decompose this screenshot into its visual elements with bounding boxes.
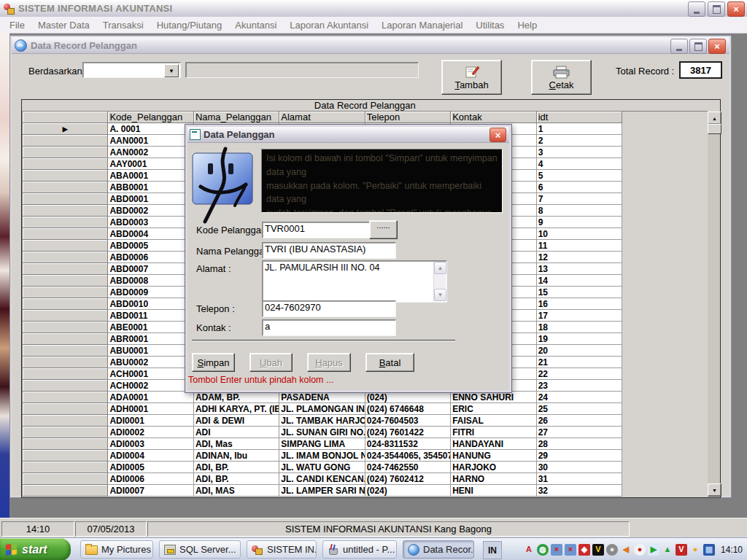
table-cell[interactable]: 14: [536, 275, 622, 287]
table-cell[interactable]: 31: [536, 473, 622, 485]
table-cell[interactable]: 1: [536, 123, 622, 135]
row-selector[interactable]: [23, 368, 108, 380]
table-cell[interactable]: HANDAYANI: [451, 438, 536, 450]
table-cell[interactable]: ADHI KARYA, PT. (IBU: [193, 403, 279, 415]
table-cell[interactable]: 3: [536, 147, 622, 158]
table-cell[interactable]: ACH0002: [108, 380, 193, 392]
row-selector[interactable]: [23, 357, 108, 368]
media-record-icon[interactable]: ●: [634, 544, 646, 556]
table-cell[interactable]: HARJOKO: [451, 462, 536, 473]
table-cell[interactable]: (024): [365, 485, 450, 497]
table-cell[interactable]: ADI & DEWI: [193, 415, 279, 427]
row-selector[interactable]: [23, 298, 108, 310]
table-cell[interactable]: 12: [536, 252, 622, 263]
table-cell[interactable]: 28: [536, 438, 622, 450]
child-titlebar[interactable]: Data Record Pelanggan ×: [12, 37, 729, 54]
shield-v-icon[interactable]: V: [676, 544, 687, 556]
table-cell[interactable]: HENI: [451, 485, 536, 497]
row-selector[interactable]: [23, 228, 108, 240]
row-selector[interactable]: [23, 135, 108, 147]
table-cell[interactable]: ADI, MAS: [193, 485, 279, 497]
nama-input[interactable]: TVRI (IBU ANASTASIA): [262, 242, 396, 259]
table-row[interactable]: ADI0005ADI, BP.JL. WATU GONG024-7462550H…: [23, 462, 708, 473]
table-cell[interactable]: 18: [536, 322, 622, 333]
table-cell[interactable]: JL. IMAM BONJOL NO.: [279, 450, 365, 462]
table-cell[interactable]: JL. PLAMONGAN INDAH: [279, 403, 365, 415]
scroll-up-icon[interactable]: ▲: [434, 262, 446, 274]
taskbar-task-app[interactable]: SISTEM IN...: [247, 540, 317, 559]
hapus-button[interactable]: Hapus: [307, 353, 351, 372]
table-cell[interactable]: ADI, BP.: [193, 473, 279, 485]
taskbar-task-paint[interactable]: untitled - P...: [322, 540, 397, 559]
table-cell[interactable]: 27: [536, 427, 622, 438]
taskbar-task-sql[interactable]: SQL Server...: [159, 540, 241, 559]
taskbar-task-globe[interactable]: Data Recor...: [403, 540, 474, 559]
row-selector[interactable]: [23, 287, 108, 298]
row-selector[interactable]: [23, 473, 108, 485]
table-cell[interactable]: ABU0002: [108, 357, 193, 368]
column-header-alamat[interactable]: Alamat: [279, 112, 365, 123]
table-cell[interactable]: ADI0005: [108, 462, 193, 473]
table-cell[interactable]: ADI0002: [108, 427, 193, 438]
table-cell[interactable]: 20: [536, 345, 622, 357]
table-cell[interactable]: 29: [536, 450, 622, 462]
row-selector[interactable]: [23, 158, 108, 170]
table-cell[interactable]: ADINAN, Ibu: [193, 450, 279, 462]
table-cell[interactable]: 8: [536, 205, 622, 217]
batal-button[interactable]: Batal: [365, 353, 414, 372]
ubah-button[interactable]: Ubah: [249, 353, 293, 372]
table-cell[interactable]: 024-7462550: [365, 462, 450, 473]
row-selector[interactable]: [23, 438, 108, 450]
table-cell[interactable]: ABD0008: [108, 275, 193, 287]
table-cell[interactable]: 17: [536, 310, 622, 322]
table-cell[interactable]: ADI, BP.: [193, 462, 279, 473]
table-cell[interactable]: AAN0002: [108, 147, 193, 158]
table-cell[interactable]: ABD0004: [108, 228, 193, 240]
table-row[interactable]: ADI0003ADI, MasSIMPANG LIMA024-8311532HA…: [23, 438, 708, 450]
table-cell[interactable]: 13: [536, 263, 622, 275]
menu-item-help[interactable]: Help: [511, 18, 543, 33]
table-cell[interactable]: ABD0005: [108, 240, 193, 252]
table-cell[interactable]: ABB0001: [108, 182, 193, 193]
table-cell[interactable]: 26: [536, 415, 622, 427]
row-selector[interactable]: [23, 170, 108, 182]
table-cell[interactable]: 7: [536, 193, 622, 205]
table-cell[interactable]: HARNO: [451, 473, 536, 485]
settings-circle-icon[interactable]: ●: [606, 544, 618, 556]
row-selector[interactable]: [23, 392, 108, 403]
table-cell[interactable]: 5: [536, 170, 622, 182]
table-cell[interactable]: (024) 6746648: [365, 403, 450, 415]
scroll-up-icon[interactable]: ▲: [708, 112, 721, 125]
close-button[interactable]: ×: [727, 1, 745, 17]
row-selector[interactable]: [23, 310, 108, 322]
row-selector[interactable]: [23, 240, 108, 252]
table-cell[interactable]: AAN0001: [108, 135, 193, 147]
row-selector[interactable]: [23, 147, 108, 158]
display-grid-icon[interactable]: ▦: [703, 544, 715, 556]
table-cell[interactable]: 9: [536, 217, 622, 228]
antivirus-a-icon[interactable]: A: [523, 544, 535, 556]
row-selector[interactable]: [23, 345, 108, 357]
table-cell[interactable]: 16: [536, 298, 622, 310]
table-cell[interactable]: FAISAL: [451, 415, 536, 427]
table-row[interactable]: ADI0001ADI & DEWIJL. TAMBAK HARJO RT024-…: [23, 415, 708, 427]
menu-item-master-data[interactable]: Master Data: [31, 18, 96, 33]
row-selector[interactable]: [23, 485, 108, 497]
table-cell[interactable]: ERIC: [451, 403, 536, 415]
row-selector[interactable]: [23, 322, 108, 333]
table-cell[interactable]: ABD0003: [108, 217, 193, 228]
table-cell[interactable]: ADI0006: [108, 473, 193, 485]
table-cell[interactable]: ABD0009: [108, 287, 193, 298]
row-selector[interactable]: [23, 263, 108, 275]
minimize-button[interactable]: [688, 1, 705, 17]
row-selector[interactable]: [23, 333, 108, 345]
table-cell[interactable]: (024) 7602412: [365, 473, 450, 485]
dialog-close-button[interactable]: ×: [489, 128, 506, 142]
table-row[interactable]: ADI0006ADI, BP.JL. CANDI KENCANA IX(024)…: [23, 473, 708, 485]
tambah-button[interactable]: Tambah: [441, 60, 502, 95]
cetak-button[interactable]: Cetak: [531, 60, 592, 95]
scroll-down-icon[interactable]: ▼: [708, 483, 721, 497]
scrollbar-thumb[interactable]: [708, 124, 721, 134]
alamat-textarea[interactable]: JL. PAMULARSIH III NO. 04 ▲ ▼: [262, 260, 447, 303]
column-header-nama_pelanggan[interactable]: Nama_Pelanggan: [193, 112, 279, 123]
